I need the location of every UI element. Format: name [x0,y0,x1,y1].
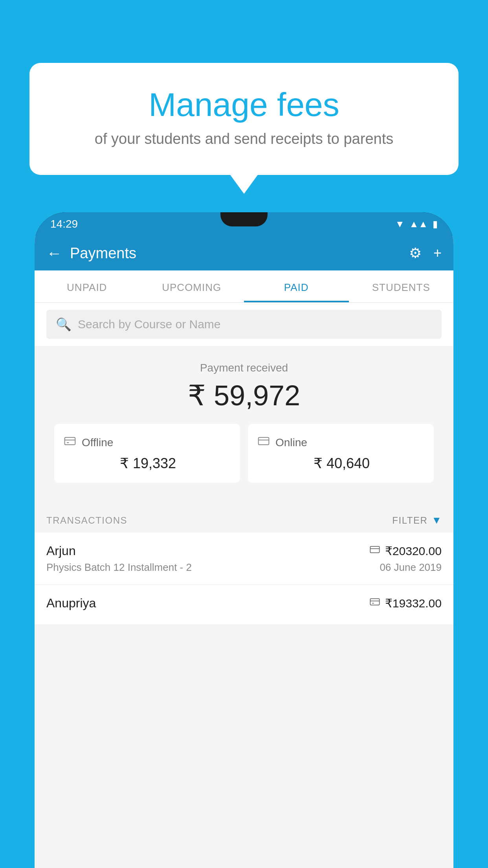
transaction-amount-row-anupriya: ₹19332.00 [369,596,442,610]
search-icon: 🔍 [56,317,72,332]
phone-frame: 14:29 ▼ ▲▲ ▮ ← Payments ⚙ + UNPAID UPCOM… [35,212,453,868]
search-placeholder: Search by Course or Name [78,318,221,331]
transactions-label: TRANSACTIONS [46,515,127,526]
tab-students[interactable]: STUDENTS [349,270,454,302]
offline-label: Offline [82,436,113,449]
online-amount: ₹ 40,640 [257,455,424,472]
app-bar: ← Payments ⚙ + [35,236,453,270]
filter-button[interactable]: FILTER ▼ [392,514,442,526]
transaction-date: 06 June 2019 [380,561,442,574]
offline-amount: ₹ 19,332 [64,455,231,472]
svg-rect-0 [65,438,75,445]
offline-card-header: Offline [64,435,231,451]
online-card-header: Online [257,435,424,451]
transaction-item-anupriya: Anupriya ₹19332.00 [35,585,453,625]
manage-fees-title: Manage fees [49,86,439,123]
online-icon [257,435,270,451]
search-input[interactable]: 🔍 Search by Course or Name [46,310,442,339]
filter-icon: ▼ [431,514,442,526]
payment-received-label: Payment received [46,362,442,374]
tab-upcoming[interactable]: UPCOMING [139,270,244,302]
notch [220,212,268,226]
tabs: UNPAID UPCOMING PAID STUDENTS [35,270,453,303]
online-card: Online ₹ 40,640 [248,424,434,483]
svg-rect-3 [259,438,269,445]
payment-summary: Payment received ₹ 59,972 Offline [35,346,453,506]
transaction-list: Arjun ₹20320.00 Physics Batch 12 Install… [35,533,453,625]
status-icons: ▼ ▲▲ ▮ [395,219,438,230]
transaction-row1: Arjun ₹20320.00 [46,544,442,558]
transaction-course: Physics Batch 12 Installment - 2 [46,561,192,574]
offline-icon [64,435,76,451]
settings-icon[interactable]: ⚙ [409,245,422,261]
svg-rect-5 [370,546,379,553]
transaction-name: Arjun [46,544,76,558]
app-bar-actions: ⚙ + [409,245,442,261]
transaction-item-arjun: Arjun ₹20320.00 Physics Batch 12 Install… [35,533,453,585]
transactions-header: TRANSACTIONS FILTER ▼ [35,506,453,533]
filter-label: FILTER [392,515,427,526]
battery-icon: ▮ [433,219,438,230]
add-icon[interactable]: + [433,245,442,261]
online-pay-icon [369,544,380,558]
signal-icon: ▲▲ [409,219,428,230]
offline-pay-icon [369,596,380,610]
tab-paid[interactable]: PAID [244,270,349,302]
payment-total-amount: ₹ 59,972 [46,379,442,412]
transaction-name-anupriya: Anupriya [46,596,96,611]
payment-cards: Offline ₹ 19,332 Online ₹ [46,424,442,495]
tab-unpaid[interactable]: UNPAID [35,270,139,302]
transaction-row1-anupriya: Anupriya ₹19332.00 [46,596,442,611]
transaction-amount-anupriya: ₹19332.00 [385,596,442,610]
svg-rect-7 [370,599,379,605]
status-time: 14:29 [50,218,78,230]
speech-bubble: Manage fees of your students and send re… [29,63,459,175]
app-title: Payments [70,245,409,262]
transaction-amount: ₹20320.00 [385,544,442,558]
manage-fees-subtitle: of your students and send receipts to pa… [49,131,439,147]
phone-inner: ← Payments ⚙ + UNPAID UPCOMING PAID STUD… [35,236,453,868]
search-bar-container: 🔍 Search by Course or Name [35,303,453,346]
wifi-icon: ▼ [395,219,405,230]
status-bar: 14:29 ▼ ▲▲ ▮ [35,212,453,236]
online-label: Online [275,436,307,449]
offline-card: Offline ₹ 19,332 [54,424,240,483]
transaction-row2: Physics Batch 12 Installment - 2 06 June… [46,561,442,574]
transaction-amount-row: ₹20320.00 [369,544,442,558]
speech-bubble-container: Manage fees of your students and send re… [29,63,459,175]
back-button[interactable]: ← [46,245,62,262]
